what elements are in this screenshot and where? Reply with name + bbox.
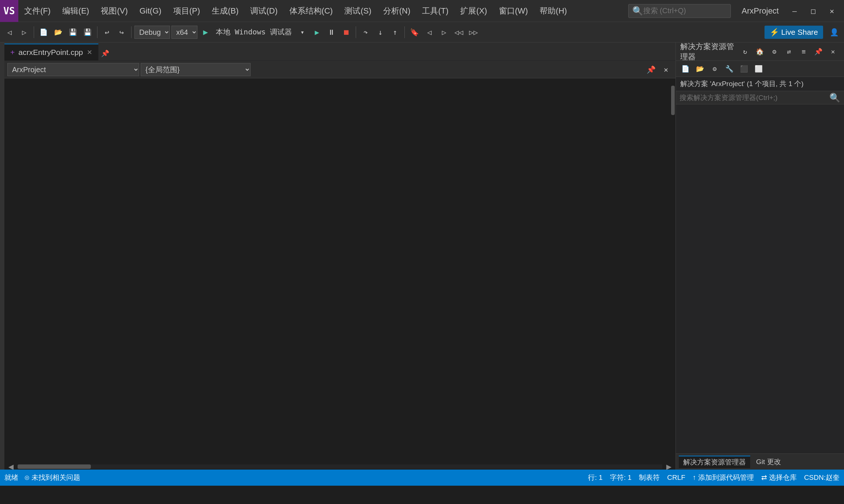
step-out-button[interactable]: ↑ xyxy=(388,25,401,40)
toolbar-separator-5 xyxy=(404,26,405,38)
status-line[interactable]: 行: 1 xyxy=(588,473,603,482)
tab-active[interactable]: + acrxEntryPoint.cpp ✕ xyxy=(4,44,99,60)
open-file-button[interactable]: 📂 xyxy=(52,25,65,40)
menu-debug[interactable]: 调试(D) xyxy=(244,0,284,22)
undo-button[interactable]: ↩ xyxy=(100,25,114,40)
tab-close-button[interactable]: ✕ xyxy=(87,48,92,56)
solution-explorer-header-buttons: ↻ 🏠 ⚙ ⇄ ≡ 📌 ✕ xyxy=(738,44,840,59)
menu-help[interactable]: 帮助(H) xyxy=(534,0,573,22)
live-share-button[interactable]: ⚡ Live Share xyxy=(765,26,823,39)
status-col[interactable]: 字符: 1 xyxy=(610,473,632,482)
menu-file[interactable]: 文件(F) xyxy=(18,0,56,22)
window-title: ArxProject xyxy=(734,6,786,16)
tab-label-active: acrxEntryPoint.cpp xyxy=(18,48,83,57)
editor-pin-button[interactable]: 📌 xyxy=(644,62,658,77)
status-add-source[interactable]: ↑ 添加到源代码管理 xyxy=(693,473,754,482)
menu-view[interactable]: 视图(V) xyxy=(95,0,133,22)
sol-tb-btn-1[interactable]: 📄 xyxy=(679,62,692,76)
new-file-button[interactable]: 📄 xyxy=(37,25,50,40)
nav-button-2[interactable]: ▷ xyxy=(437,25,451,40)
status-bar-right: 行: 1 字符: 1 制表符 CRLF ↑ 添加到源代码管理 ⇄ 选择仓库 CS… xyxy=(588,473,840,482)
menu-window[interactable]: 窗口(W) xyxy=(493,0,534,22)
run-button[interactable]: ▶ xyxy=(199,25,212,40)
menu-bar: 文件(F) 编辑(E) 视图(V) Git(G) 项目(P) 生成(B) 调试(… xyxy=(18,0,625,22)
solution-search-input[interactable] xyxy=(680,94,827,102)
platform-select[interactable]: x64 xyxy=(171,26,197,39)
scrollbar-thumb[interactable] xyxy=(671,86,675,115)
sol-pin-button[interactable]: 📌 xyxy=(812,44,825,59)
bookmark-button[interactable]: 🔖 xyxy=(408,25,421,40)
nav-button-4[interactable]: ▷▷ xyxy=(467,25,480,40)
sol-sync-button[interactable]: ⇄ xyxy=(782,44,796,59)
status-select-repo[interactable]: ⇄ 选择仓库 xyxy=(761,473,797,482)
toolbar: ◁ ▷ 📄 📂 💾 💾 ↩ ↪ Debug x64 ▶ 本地 Windows 调… xyxy=(0,22,844,42)
run-label[interactable]: 本地 Windows 调试器 xyxy=(214,25,294,40)
live-share-icon: ⚡ xyxy=(770,28,779,37)
sol-settings-button[interactable]: ≡ xyxy=(797,44,810,59)
search-input[interactable] xyxy=(643,7,724,15)
sol-close-button[interactable]: ✕ xyxy=(826,44,840,59)
step-over-button[interactable]: ↷ xyxy=(359,25,372,40)
status-no-issues[interactable]: ⊙ 未找到相关问题 xyxy=(24,473,80,482)
minimize-button[interactable]: — xyxy=(786,0,803,22)
sol-tb-btn-3[interactable]: ⚙ xyxy=(708,62,721,76)
save-all-button[interactable]: 💾 xyxy=(81,25,94,40)
menu-test[interactable]: 测试(S) xyxy=(338,0,377,22)
tab-icon-cpp: + xyxy=(10,48,15,57)
toolbar-separator-2 xyxy=(97,26,97,38)
menu-architecture[interactable]: 体系结构(C) xyxy=(284,0,339,22)
menu-build[interactable]: 生成(B) xyxy=(206,0,244,22)
sol-tb-btn-4[interactable]: 🔧 xyxy=(723,62,736,76)
menu-git[interactable]: Git(G) xyxy=(134,0,167,22)
back-button[interactable]: ◁ xyxy=(3,25,16,40)
start-button[interactable]: ▶ xyxy=(310,25,323,40)
forward-button[interactable]: ▷ xyxy=(18,25,31,40)
save-button[interactable]: 💾 xyxy=(66,25,79,40)
editor-toolbar-right: 📌 ✕ xyxy=(644,62,673,77)
step-into-button[interactable]: ↓ xyxy=(374,25,387,40)
search-bar[interactable]: 🔍 xyxy=(628,4,731,18)
rp-tab-git[interactable]: Git 更改 xyxy=(752,456,785,468)
tab-pin-button[interactable]: 📌 xyxy=(99,46,112,60)
stop-button[interactable]: ⏹ xyxy=(340,25,353,40)
code-editor[interactable] xyxy=(4,78,675,464)
close-button[interactable]: ✕ xyxy=(823,0,840,22)
debug-config-select[interactable]: Debug xyxy=(134,26,170,39)
sol-filter-button[interactable]: ⚙ xyxy=(768,44,781,59)
maximize-button[interactable]: □ xyxy=(805,0,822,22)
status-encoding[interactable]: CRLF xyxy=(667,474,685,482)
rp-tab-solution[interactable]: 解决方案资源管理器 xyxy=(679,456,750,468)
vertical-scrollbar[interactable] xyxy=(670,78,675,464)
editor-close-button[interactable]: ✕ xyxy=(659,62,673,77)
solution-tree xyxy=(676,104,844,453)
live-share-label: Live Share xyxy=(781,28,818,37)
status-spaces[interactable]: 制表符 xyxy=(639,473,660,482)
sol-tb-btn-6[interactable]: ⬜ xyxy=(752,62,765,76)
line-numbers xyxy=(4,78,31,464)
sol-tb-btn-5[interactable]: ⬛ xyxy=(737,62,751,76)
scope-select[interactable]: {全局范围} xyxy=(141,63,251,76)
sol-refresh-button[interactable]: ↻ xyxy=(738,44,752,59)
h-scrollbar-track[interactable] xyxy=(18,464,662,469)
sol-home-button[interactable]: 🏠 xyxy=(753,44,766,59)
run-dropdown[interactable]: ▾ xyxy=(296,25,309,40)
solution-explorer-header: 解决方案资源管理器 ↻ 🏠 ⚙ ⇄ ≡ 📌 ✕ xyxy=(676,42,844,61)
nav-button-1[interactable]: ◁ xyxy=(423,25,436,40)
redo-button[interactable]: ↪ xyxy=(115,25,128,40)
status-bar: 就绪 ⊙ 未找到相关问题 行: 1 字符: 1 制表符 CRLF ↑ 添加到源代… xyxy=(0,470,844,486)
menu-analyze[interactable]: 分析(N) xyxy=(377,0,417,22)
status-source-control[interactable]: 就绪 xyxy=(4,473,18,482)
nav-button-3[interactable]: ◁◁ xyxy=(452,25,465,40)
right-panel-bottom-tabs: 解决方案资源管理器 Git 更改 xyxy=(676,453,844,470)
account-button[interactable]: 👤 xyxy=(828,25,841,40)
menu-edit[interactable]: 编辑(E) xyxy=(56,0,95,22)
menu-tools[interactable]: 工具(T) xyxy=(416,0,454,22)
sol-tb-btn-2[interactable]: 📂 xyxy=(693,62,707,76)
menu-extensions[interactable]: 扩展(X) xyxy=(454,0,493,22)
h-scrollbar-thumb[interactable] xyxy=(18,464,91,469)
menu-project[interactable]: 项目(P) xyxy=(167,0,206,22)
project-select[interactable]: ArxProject xyxy=(7,63,139,76)
code-content[interactable] xyxy=(31,78,670,464)
horizontal-scrollbar[interactable]: ◀ ▶ xyxy=(4,464,675,470)
pause-button[interactable]: ⏸ xyxy=(325,25,338,40)
